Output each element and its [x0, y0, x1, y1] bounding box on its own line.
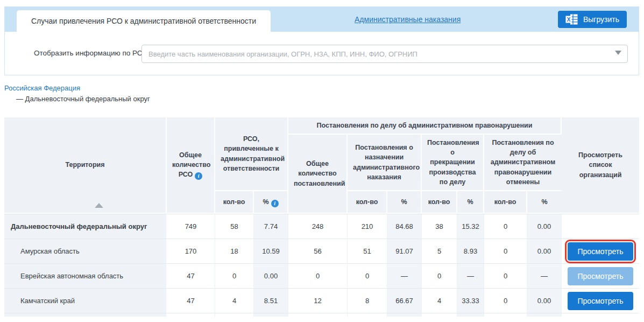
info-icon[interactable]	[195, 172, 202, 180]
col-header-total-decrees: Общее количество постановлений	[288, 135, 348, 214]
svg-text:X: X	[567, 16, 570, 23]
table-cell: 0	[484, 214, 527, 239]
table-cell: 8	[348, 288, 387, 313]
table-cell	[288, 313, 348, 317]
table-cell	[527, 313, 562, 317]
col-header-decrees-group: Постановления по делу об административно…	[288, 117, 562, 135]
table-cell: 84.68	[387, 214, 422, 239]
rso-search-input[interactable]	[141, 45, 628, 63]
view-button-disabled: Просмотреть	[568, 267, 634, 285]
view-button[interactable]: Просмотреть	[568, 292, 634, 310]
table-cell: 4	[422, 288, 457, 313]
breadcrumb-current-district: — Дальневосточный федеральный округ	[16, 95, 150, 103]
col-header-decrees-assigned: Постановления о назначении административ…	[348, 135, 422, 191]
table-cell: 91.07	[387, 239, 422, 263]
export-button-label: Выгрузить	[583, 15, 619, 24]
table-cell: —	[527, 263, 562, 288]
col-header-total-rso-label: Общее количество РСО	[172, 151, 210, 178]
table-cell: 248	[288, 214, 348, 239]
table-cell: 47	[167, 263, 215, 288]
table-cell: 15.32	[457, 214, 484, 239]
table-cell: 56	[288, 239, 348, 263]
col-header-territory-label: Территория	[65, 161, 104, 169]
view-button-highlighted[interactable]: Просмотреть	[568, 242, 634, 261]
table-cell: 0	[288, 263, 348, 288]
table-cell	[387, 313, 422, 317]
table-cell: 5	[422, 239, 457, 263]
table-cell: —	[387, 263, 422, 288]
table-cell: —	[457, 263, 484, 288]
table-cell: 0.00	[527, 239, 562, 263]
table-cell: 66.67	[387, 288, 422, 313]
table-cell: 12	[288, 288, 348, 313]
table-cell: 7.74	[254, 214, 288, 239]
filter-label: Отобразить информацию по РСО	[34, 49, 148, 57]
table-cell: 0	[422, 263, 457, 288]
tab-administrative-penalties-label[interactable]: Административные наказания	[355, 15, 461, 24]
view-button-cell: Просмотреть	[562, 239, 639, 263]
table-cell	[562, 313, 639, 317]
table-cell: 0	[484, 239, 527, 263]
subheader-count: кол-во	[484, 191, 527, 214]
breadcrumb-link-russia[interactable]: Российская Федерация	[4, 84, 80, 92]
table-cell: 210	[348, 214, 387, 239]
table-row-jewish-autonomous: Еврейская автономная область 47 0 0.00 0…	[4, 263, 639, 288]
table-cell: 0	[484, 263, 527, 288]
table-cell: 170	[167, 239, 215, 263]
export-button[interactable]: X Выгрузить	[558, 11, 627, 28]
table-row-federal-district: Дальневосточный федеральный округ 749 58…	[4, 214, 639, 239]
table-cell	[254, 313, 288, 317]
subheader-count: кол-во	[215, 191, 254, 214]
col-header-rso-held: РСО, привлеченные к административной отв…	[215, 117, 288, 191]
table-cell: 0.00	[527, 214, 562, 239]
info-icon[interactable]	[271, 200, 279, 207]
table-row-kamchatka: Камчатский край 47 4 8.51 12 8 66.67 4 3…	[4, 288, 639, 313]
table-cell: 8.51	[254, 288, 288, 313]
view-button-cell: Просмотреть	[562, 263, 639, 288]
table-cell: 10.59	[254, 239, 288, 263]
table-cell	[215, 313, 254, 317]
tabs-panel: Случаи привлечения РСО к административно…	[4, 6, 639, 75]
table-cell: 8.93	[457, 239, 484, 263]
subheader-percent: %	[457, 191, 484, 214]
subheader-percent: %	[527, 191, 562, 214]
territory-cell	[4, 313, 167, 317]
table-cell	[422, 313, 457, 317]
subheader-count: кол-во	[348, 191, 387, 214]
territory-cell: Амурская область	[4, 239, 167, 263]
dropdown-arrow-icon[interactable]	[615, 51, 621, 55]
col-header-decrees-terminated: Постановления о прекращении производства…	[422, 135, 484, 191]
table-cell: 4	[215, 288, 254, 313]
col-header-total-rso: Общее количество РСО	[167, 117, 215, 214]
table-row-partial	[4, 313, 639, 317]
territory-cell: Дальневосточный федеральный округ	[4, 214, 167, 239]
rso-combobox	[141, 45, 628, 63]
tab-rso-liability-cases[interactable]: Случаи привлечения РСО к административно…	[17, 10, 271, 32]
subheader-percent: %	[254, 191, 288, 214]
table-cell: 0.00	[254, 263, 288, 288]
table-cell: 0.00	[527, 288, 562, 313]
tab-administrative-penalties[interactable]: Административные наказания	[355, 7, 461, 32]
col-header-view-list: Просмотреть список организаций	[562, 117, 639, 214]
table-cell	[457, 313, 484, 317]
table-cell	[167, 313, 215, 317]
subheader-count: кол-во	[422, 191, 457, 214]
territory-cell: Камчатский край	[4, 288, 167, 313]
table-cell: 47	[167, 288, 215, 313]
table-cell-empty	[562, 214, 639, 239]
sort-asc-icon[interactable]	[95, 203, 103, 208]
table-cell: 33.33	[457, 288, 484, 313]
breadcrumb: Российская Федерация — Дальневосточный ф…	[4, 84, 150, 103]
liability-table: Территория Общее количество РСО РСО, при…	[4, 117, 639, 317]
table-cell: 58	[215, 214, 254, 239]
table-cell: 0	[484, 288, 527, 313]
table-cell	[348, 313, 387, 317]
territory-cell: Еврейская автономная область	[4, 263, 167, 288]
subheader-percent: %	[387, 191, 422, 214]
table-cell: 18	[215, 239, 254, 263]
table-cell	[484, 313, 527, 317]
table-cell: 51	[348, 239, 387, 263]
view-button-cell: Просмотреть	[562, 288, 639, 313]
table-cell: 38	[422, 214, 457, 239]
tab-strip: Случаи привлечения РСО к административно…	[5, 7, 639, 32]
